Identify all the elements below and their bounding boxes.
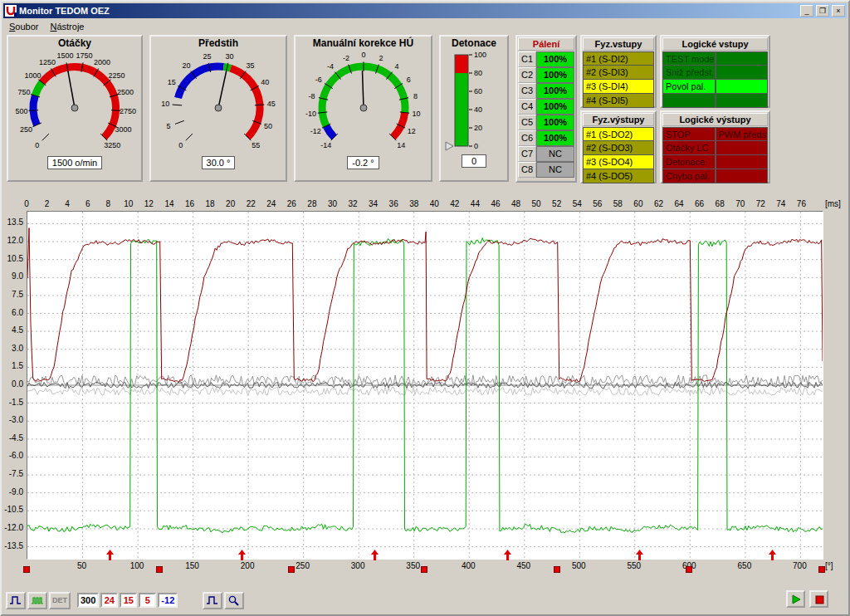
logic-row-4: [662, 94, 768, 108]
svg-text:80: 80: [474, 69, 482, 77]
start-button[interactable]: [786, 590, 805, 608]
detonace-indicator: [446, 142, 453, 150]
svg-text:500: 500: [16, 107, 28, 115]
minimize-button[interactable]: _: [800, 5, 813, 17]
panel-fyz-vstupy: Fyz.vstupy #1 (S-DI2)#2 (S-DI3)#3 (S-DI4…: [580, 35, 657, 108]
axis-tick-label: 250: [296, 561, 310, 570]
detonace-bar-svg: 100806040200: [442, 50, 506, 153]
axis-tick-label: 22: [247, 199, 256, 208]
axis-tick-label: 50: [532, 199, 541, 208]
axis-tick-label: 30: [328, 199, 337, 208]
event-square-marker[interactable]: [554, 566, 560, 573]
fyz-vystupy-header: Fyz.výstupy: [583, 113, 654, 126]
axis-tick-label: -10.5: [2, 505, 23, 514]
value-24-button[interactable]: 24: [100, 593, 118, 608]
logic-cell-right: PWM předst.: [716, 127, 769, 141]
logic-cell-left: Povol pal.: [662, 80, 716, 94]
value-15-button[interactable]: 15: [120, 593, 137, 608]
korekce-dial-svg: -14-12-10-8-6-4-202468101214: [301, 50, 426, 154]
channel-row-C2: C2100%: [518, 67, 574, 83]
value-300-button[interactable]: 300: [77, 593, 99, 608]
svg-text:15: 15: [168, 78, 176, 86]
trace-single-pulse-button[interactable]: [6, 592, 26, 609]
axis-tick-label: 36: [389, 199, 398, 208]
svg-text:0: 0: [361, 51, 365, 59]
axis-tick-label: 700: [793, 561, 807, 570]
event-arrow-marker[interactable]: [636, 550, 643, 560]
svg-text:100: 100: [474, 51, 486, 59]
svg-text:8: 8: [413, 92, 417, 100]
axis-tick-label: 52: [552, 199, 561, 208]
svg-text:5: 5: [166, 122, 170, 130]
channel-label: C7: [518, 146, 536, 162]
value-minus12-button[interactable]: -12: [158, 593, 178, 608]
event-square-marker[interactable]: [23, 566, 30, 573]
event-arrow-marker[interactable]: [769, 550, 776, 560]
axis-tick-label: 46: [491, 199, 500, 208]
svg-text:20: 20: [474, 124, 482, 132]
svg-text:25: 25: [203, 52, 211, 61]
svg-text:0: 0: [178, 141, 183, 149]
channel-value: 100%: [536, 130, 574, 146]
titlebar: Monitor TEDOM OEZ _ ❐ ×: [3, 3, 847, 18]
det-mode-button[interactable]: DET: [49, 592, 71, 609]
otacky-value-display: 1500 o/min: [47, 156, 102, 169]
menu-soubor[interactable]: Soubor: [3, 21, 44, 32]
axis-tick-label: 7.5: [2, 290, 23, 299]
event-square-marker[interactable]: [156, 566, 163, 573]
event-square-marker[interactable]: [288, 566, 295, 573]
cursor-pulse-button[interactable]: [203, 592, 222, 609]
axis-tick-label: 2: [45, 199, 50, 208]
svg-text:40: 40: [474, 105, 482, 114]
svg-text:2: 2: [379, 54, 383, 62]
otacky-dial-svg: 0250500750100012501500175020002250250027…: [12, 50, 137, 154]
logic-cell-right: [716, 169, 769, 183]
axis-tick-label: 200: [241, 561, 255, 570]
svg-text:-8: -8: [308, 92, 315, 100]
app-icon[interactable]: [5, 5, 17, 17]
menu-nástroje[interactable]: Nástroje: [44, 21, 90, 32]
event-square-marker[interactable]: [421, 566, 427, 573]
logic-row-3: Detonace: [662, 155, 768, 169]
axis-tick-label: 16: [185, 199, 194, 208]
stop-button[interactable]: [809, 590, 828, 608]
zoom-button[interactable]: [224, 592, 244, 609]
axis-tick-label: 34: [369, 199, 378, 208]
logic-cell-right: [716, 155, 769, 169]
axis-tick-label: -9.0: [2, 487, 23, 496]
close-button[interactable]: ×: [832, 5, 845, 17]
channel-row-C5: C5100%: [518, 115, 574, 130]
axis-tick-label: 500: [572, 561, 586, 570]
channel-label: C3: [518, 83, 536, 99]
event-arrow-marker[interactable]: [106, 550, 114, 560]
axis-tick-label: 10: [124, 199, 133, 208]
event-arrow-marker[interactable]: [371, 550, 379, 560]
channel-label: C5: [518, 115, 536, 130]
event-arrow-marker[interactable]: [238, 550, 246, 560]
trace-multi-pulse-button[interactable]: [27, 592, 47, 609]
svg-text:1250: 1250: [39, 58, 56, 66]
event-arrow-marker[interactable]: [504, 550, 511, 560]
axis-tick-label: 76: [797, 199, 806, 208]
predstih-dial: 0510152025303540455055: [151, 50, 286, 154]
restore-button[interactable]: ❐: [816, 5, 829, 17]
axis-tick-label: 70: [735, 199, 745, 208]
event-square-marker[interactable]: [818, 566, 825, 573]
axis-tick-label: 54: [573, 199, 582, 208]
event-square-marker[interactable]: [686, 566, 692, 573]
panel-fyz-vystupy: Fyz.výstupy #1 (S-DO2)#2 (S-DO3)#3 (S-DO…: [580, 110, 657, 183]
axis-tick-label: -13.5: [2, 541, 23, 550]
menubar: SouborNástroje: [3, 19, 847, 33]
svg-text:10: 10: [161, 100, 169, 108]
svg-text:1500: 1500: [56, 51, 73, 60]
axis-tick-label: 62: [654, 199, 663, 208]
channel-value: 100%: [536, 67, 574, 83]
svg-text:2250: 2250: [108, 71, 125, 80]
value-5-button[interactable]: 5: [139, 593, 156, 608]
korekce-value-display: -0.2 °: [347, 156, 379, 169]
plot-area[interactable]: [27, 211, 823, 560]
axis-tick-label: 300: [351, 561, 365, 570]
channel-value: 100%: [536, 115, 574, 130]
svg-text:10: 10: [412, 110, 420, 118]
window-title: Monitor TEDOM OEZ: [19, 6, 110, 16]
